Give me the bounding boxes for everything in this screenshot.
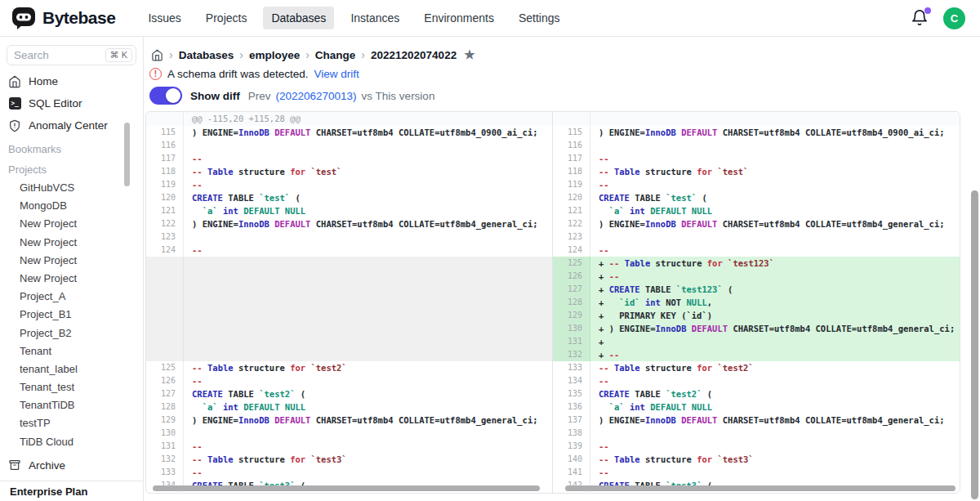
diff-line: 141-- (553, 466, 960, 479)
breadcrumb-item-employee[interactable]: employee (249, 49, 300, 61)
diff-line: 137) ENGINE=InnoDB DEFAULT CHARSET=utf8m… (553, 414, 960, 427)
diff-line: 118-- Table structure for `test` (146, 165, 552, 178)
diff-added-line: 127+ CREATE TABLE `test123` ( (553, 283, 960, 296)
diff-added-line: 126+ -- (553, 270, 960, 283)
diff-filler-row (146, 283, 552, 296)
diff-line: 121 `a` int DEFAULT NULL (146, 204, 552, 217)
nav-item-databases[interactable]: Databases (263, 7, 334, 29)
archive-icon (8, 459, 21, 472)
diff-filler-row (146, 322, 552, 335)
sidebar-project-new-project[interactable]: New Project (0, 232, 143, 250)
left-panel-hscrollbar-thumb[interactable] (153, 485, 540, 491)
home-icon (8, 75, 21, 88)
nav-item-issues[interactable]: Issues (140, 7, 189, 29)
diff-line: 130 (146, 427, 552, 440)
sidebar-item-label: SQL Editor (29, 97, 82, 110)
diff-hunk-header: @@ -115,20 +115,28 @@ (146, 112, 552, 126)
prev-label: Prev (248, 90, 271, 102)
anomaly-center-icon (8, 119, 21, 132)
diff-line: 134-- (553, 374, 960, 387)
diff-added-line: 132+ -- (553, 348, 960, 361)
sidebar-item-home[interactable]: Home (0, 70, 143, 92)
sidebar-scrollbar-thumb[interactable] (124, 123, 130, 186)
vs-this-version-label: vs This version (362, 90, 435, 102)
sidebar-project-new-project[interactable]: New Project (0, 213, 143, 231)
diff-filler-row (146, 257, 552, 270)
sidebar-item-archive[interactable]: Archive (0, 454, 143, 476)
sidebar-project-tidb-cloud[interactable]: TiDB Cloud (0, 432, 143, 450)
diff-line: 121 `a` int DEFAULT NULL (553, 204, 960, 217)
bytebase-logo-icon (11, 7, 36, 29)
home-icon[interactable] (151, 49, 163, 61)
toggle-knob (166, 88, 180, 103)
diff-filler-row (146, 335, 552, 348)
diff-line: 122) ENGINE=InnoDB DEFAULT CHARSET=utf8m… (146, 217, 552, 230)
diff-line: 133-- Table structure for `test2` (553, 361, 960, 374)
diff-filler-row (146, 348, 552, 361)
diff-line: 123 (553, 230, 960, 244)
nav-item-instances[interactable]: Instances (342, 7, 408, 29)
sidebar-project-project_a[interactable]: Project_A (0, 286, 143, 304)
diff-line: 129) ENGINE=InnoDB DEFAULT CHARSET=utf8m… (146, 414, 552, 427)
sidebar-item-sql-editor[interactable]: >_SQL Editor (0, 92, 143, 114)
diff-line: 122) ENGINE=InnoDB DEFAULT CHARSET=utf8m… (553, 217, 960, 230)
show-diff-toggle[interactable] (149, 87, 182, 105)
sidebar-project-new-project[interactable]: New Project (0, 268, 143, 286)
sidebar-project-mongodb[interactable]: MongoDB (0, 195, 143, 213)
diff-line: 128 `a` int DEFAULT NULL (146, 400, 552, 414)
top-nav: Bytebase IssuesProjectsDatabasesInstance… (0, 0, 980, 37)
bookmark-star-icon[interactable]: ★ (464, 47, 474, 62)
breadcrumb-item-databases[interactable]: Databases (179, 49, 234, 61)
search-box: ⌘ K (7, 45, 136, 65)
diff-line: 140-- Table structure for `test3` (553, 453, 960, 466)
diff-line: 123 (146, 230, 552, 244)
diff-line: 119-- (553, 178, 960, 191)
sidebar-project-project_b1[interactable]: Project_B1 (0, 304, 143, 322)
diff-line: 120CREATE TABLE `test` ( (553, 191, 960, 204)
sidebar-item-label: Home (29, 75, 58, 87)
search-input[interactable] (14, 49, 105, 61)
brand-name: Bytebase (42, 8, 115, 28)
diff-line: 124-- (146, 244, 552, 257)
sidebar-project-project_b2[interactable]: Project_B2 (0, 323, 143, 341)
sidebar-item-anomaly-center[interactable]: Anomaly Center (0, 114, 143, 136)
nav-item-settings[interactable]: Settings (510, 7, 568, 29)
diff-line: 116 (146, 139, 552, 152)
sidebar-project-tenanttidb[interactable]: TenantTiDB (0, 395, 143, 413)
sidebar-project-testtp[interactable]: testTP (0, 413, 143, 431)
diff-line: 117-- (553, 152, 960, 165)
nav-item-environments[interactable]: Environments (416, 7, 502, 29)
sidebar-project-new-project[interactable]: New Project (0, 250, 143, 268)
main-content: › Databases › employee › Change › 202212… (145, 37, 980, 501)
sql-editor-icon: >_ (8, 97, 21, 110)
sidebar-project-tenant_label[interactable]: tenant_label (0, 359, 143, 377)
notifications-bell-button[interactable] (911, 9, 929, 27)
sidebar-project-tenant_test[interactable]: Tenant_test (0, 377, 143, 395)
brand[interactable]: Bytebase (11, 7, 115, 29)
breadcrumb-separator: › (305, 48, 310, 61)
diff-panel-current: 115) ENGINE=InnoDB DEFAULT CHARSET=utf8m… (553, 112, 960, 493)
breadcrumb-separator: › (239, 48, 243, 61)
diff-line: 115) ENGINE=InnoDB DEFAULT CHARSET=utf8m… (553, 126, 960, 139)
search-shortcut-badge: ⌘ K (105, 48, 132, 62)
breadcrumb: › Databases › employee › Change › 202212… (151, 47, 475, 62)
diff-line: 133-- (146, 466, 552, 479)
nav-items: IssuesProjectsDatabasesInstancesEnvironm… (140, 7, 568, 29)
diff-toggle-row: Show diff Prev (202206270013) vs This ve… (149, 87, 434, 105)
right-panel-hscrollbar-thumb[interactable] (565, 485, 956, 491)
page-scrollbar-thumb[interactable] (971, 190, 978, 499)
diff-line: 136 `a` int DEFAULT NULL (553, 400, 960, 414)
diff-line: 126-- (146, 374, 552, 387)
diff-added-line: 125+ -- Table structure for `test123` (553, 257, 960, 270)
view-drift-link[interactable]: View drift (314, 68, 359, 80)
avatar[interactable]: C (943, 7, 965, 29)
breadcrumb-item-version[interactable]: 20221202074022 (371, 49, 457, 61)
schema-diff-viewer: @@ -115,20 +115,28 @@115) ENGINE=InnoDB … (145, 111, 960, 494)
sidebar-project-githubvcs[interactable]: GitHubVCS (0, 177, 143, 195)
sidebar-project-tenant[interactable]: Tenant (0, 341, 143, 359)
prev-version-link[interactable]: (202206270013) (276, 90, 357, 102)
diff-line: 119-- (146, 178, 552, 191)
diff-line: 124-- (553, 244, 960, 257)
nav-item-projects[interactable]: Projects (198, 7, 256, 29)
breadcrumb-item-change[interactable]: Change (315, 49, 356, 61)
